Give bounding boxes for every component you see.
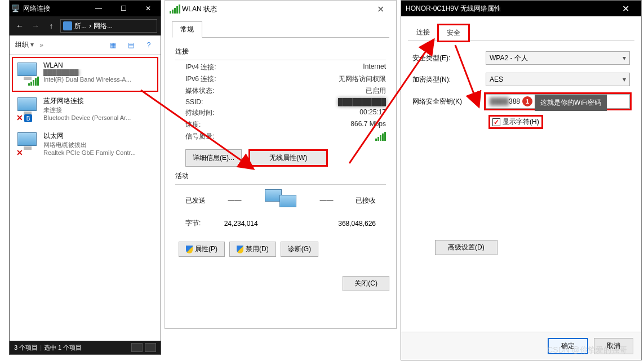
wlan-status-window: WLAN 状态 ✕ 常规 连接 IPv4 连接:Internet IPv6 连接… [165, 0, 397, 329]
received-label: 已接收 [356, 196, 376, 206]
annotation-badge-1: 1 [522, 96, 532, 106]
connection-ssid-blurred: ████████ [43, 69, 154, 76]
titlebar: HONOR-0C1H9V 无线网络属性 ✕ [401, 1, 641, 16]
window-title: WLAN 状态 [180, 5, 369, 14]
connection-list: WLAN ████████ Intel(R) Dual Band Wireles… [10, 55, 161, 164]
disable-button[interactable]: 禁用(D) [229, 242, 276, 257]
close-dialog-button[interactable]: 关闭(C) [343, 276, 389, 291]
encryption-type-label: 加密类型(N): [412, 75, 486, 84]
status-items: 3 个项目 [14, 344, 38, 352]
ipv4-label: IPv4 连接: [185, 63, 216, 72]
shield-icon [237, 246, 243, 253]
chevron-right-icon: › [89, 22, 91, 30]
key-value-prefix-blurred: ████ [490, 97, 509, 105]
connection-item-bluetooth[interactable]: ✕ B 蓝牙网络连接 未连接 Bluetooth Device (Persona… [12, 92, 158, 127]
close-button[interactable]: ✕ [136, 1, 161, 16]
ethernet-icon: ✕ [16, 131, 39, 157]
key-value-suffix: 388 [509, 97, 520, 105]
encryption-type-dropdown[interactable]: AES [486, 73, 630, 86]
advanced-settings-button[interactable]: 高级设置(D) [435, 240, 498, 255]
window-title: 网络连接 [21, 4, 86, 14]
chevron-right-icon[interactable]: » [39, 41, 43, 49]
network-key-label: 网络安全密钥(K) [412, 97, 486, 106]
cancel-button[interactable]: 取消 [594, 338, 633, 354]
breadcrumb-1[interactable]: 所... [74, 21, 87, 31]
status-selected: 选中 1 个项目 [44, 344, 82, 352]
network-connections-window: 🖥️ 网络连接 — ☐ ✕ ← → ↑ 所... › 网络... 组织 » ▦ … [9, 0, 161, 355]
back-button[interactable]: ← [13, 21, 26, 30]
view-list-icon[interactable]: ▤ [125, 40, 137, 50]
speed-label: 速度: [185, 120, 201, 130]
status-bar: 3 个项目 | 选中 1 个项目 [10, 341, 161, 354]
media-value: 已启用 [366, 86, 386, 96]
group-connection: 连接 [175, 47, 386, 56]
signal-quality-label: 信号质量: [185, 132, 214, 142]
nav-toolbar: ← → ↑ 所... › 网络... [10, 16, 161, 35]
password-tooltip: 这就是你的WiFi密码 [535, 95, 607, 111]
organize-menu[interactable]: 组织 [15, 40, 34, 50]
duration-value: 00:25:17 [359, 108, 386, 118]
connection-name: 以太网 [43, 131, 154, 141]
duration-label: 持续时间: [185, 108, 214, 118]
network-key-input[interactable]: ████ 388 1 这就是你的WiFi密码 [486, 94, 630, 109]
network-icon: 🖥️ [10, 5, 21, 12]
ok-button[interactable]: 确定 [548, 338, 588, 354]
connection-status: 网络电缆被拔出 [43, 141, 154, 149]
sent-label: 已发送 [185, 196, 206, 206]
wireless-properties-button[interactable]: 无线属性(W) [248, 149, 328, 167]
tiles-view-button[interactable] [145, 343, 156, 352]
connection-item-ethernet[interactable]: ✕ 以太网 网络电缆被拔出 Realtek PCIe GbE Family Co… [12, 127, 158, 162]
sent-bytes: 24,234,014 [224, 220, 258, 228]
tab-general[interactable]: 常规 [172, 21, 202, 38]
breadcrumb-2[interactable]: 网络... [94, 21, 113, 31]
signal-quality-icon [375, 132, 386, 142]
show-characters-checkbox[interactable]: ✓ 显示字符(H) [490, 117, 541, 127]
dialog-button-row: 确定 取消 [401, 332, 641, 360]
activity-monitors-icon [264, 189, 297, 212]
details-button[interactable]: 详细信息(E)... [185, 149, 242, 167]
tab-bar: 连接 安全 [401, 16, 641, 41]
window-title: HONOR-0C1H9V 无线网络属性 [406, 4, 614, 14]
x-icon: ✕ [16, 148, 23, 157]
ssid-value-blurred: ██████████ [338, 98, 386, 106]
properties-button[interactable]: 属性(P) [179, 242, 225, 257]
shield-icon [186, 246, 193, 253]
maximize-button[interactable]: ☐ [111, 1, 136, 16]
folder-icon [63, 21, 72, 30]
signal-bars-icon [170, 5, 180, 14]
x-icon: ✕ [16, 113, 23, 122]
help-icon[interactable]: ? [143, 40, 155, 50]
connection-adapter: Bluetooth Device (Personal Ar... [43, 114, 154, 121]
media-label: 媒体状态: [185, 86, 214, 96]
connection-item-wlan[interactable]: WLAN ████████ Intel(R) Dual Band Wireles… [12, 57, 158, 92]
command-toolbar: 组织 » ▦ ▤ ? [10, 35, 161, 55]
ipv6-value: 无网络访问权限 [339, 74, 386, 84]
details-view-button[interactable] [131, 343, 143, 352]
wireless-properties-window: HONOR-0C1H9V 无线网络属性 ✕ 连接 安全 安全类型(E): WPA… [401, 0, 642, 360]
wlan-icon [16, 61, 39, 87]
close-button[interactable]: ✕ [614, 3, 637, 14]
diagnose-button[interactable]: 诊断(G) [281, 242, 318, 257]
ssid-label: SSID: [185, 98, 203, 106]
minimize-button[interactable]: — [86, 1, 111, 16]
titlebar: WLAN 状态 ✕ [165, 1, 396, 17]
tab-connect[interactable]: 连接 [408, 24, 438, 41]
connection-status: 未连接 [43, 106, 154, 114]
address-bar[interactable]: 所... › 网络... [60, 19, 157, 33]
titlebar: 🖥️ 网络连接 — ☐ ✕ [10, 1, 161, 16]
bt-badge-icon: B [24, 114, 32, 122]
connection-adapter: Realtek PCIe GbE Family Contr... [43, 149, 154, 156]
connection-adapter: Intel(R) Dual Band Wireless-A... [43, 76, 154, 83]
tab-bar: 常规 [165, 17, 396, 37]
close-button[interactable]: ✕ [369, 4, 392, 15]
bytes-label: 字节: [185, 219, 201, 228]
tab-security[interactable]: 安全 [438, 25, 469, 41]
ipv4-value: Internet [363, 63, 386, 72]
security-type-dropdown[interactable]: WPA2 - 个人 [486, 51, 630, 65]
view-thumb-icon[interactable]: ▦ [106, 40, 119, 50]
security-type-label: 安全类型(E): [412, 54, 486, 63]
forward-button[interactable]: → [29, 21, 42, 30]
up-button[interactable]: ↑ [45, 21, 58, 30]
speed-value: 866.7 Mbps [350, 120, 386, 130]
connection-name: WLAN [43, 61, 154, 69]
